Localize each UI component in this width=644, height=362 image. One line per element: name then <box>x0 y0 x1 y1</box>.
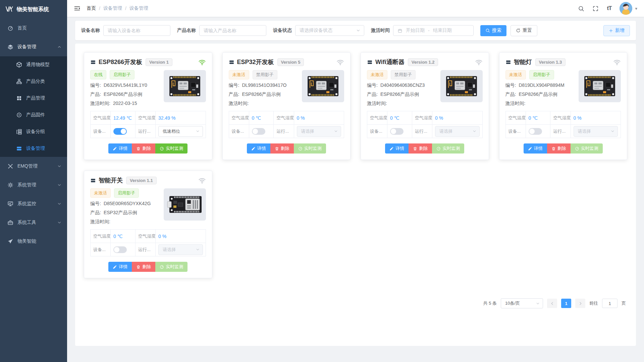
humidity-label: 空气湿度 <box>135 230 155 243</box>
detail-button[interactable]: 详情 <box>247 143 270 154</box>
monitor-button[interactable]: 实时监测 <box>571 143 603 154</box>
breadcrumb-device-management[interactable]: 设备管理 <box>103 5 122 11</box>
next-page-button[interactable] <box>575 299 585 308</box>
sidebar-item-product-firmware[interactable]: 产品固件 <box>0 107 67 123</box>
activation-row: 激活时间:2022-03-15 <box>90 101 161 107</box>
server-icon <box>229 59 234 65</box>
caret-down-icon[interactable]: ▾ <box>635 6 637 11</box>
serial-value: DL9981541O39417O <box>242 82 286 88</box>
activation-row: 激活时间: <box>90 219 161 225</box>
reset-button[interactable]: 重置 <box>511 25 537 36</box>
edit-icon <box>389 146 394 151</box>
breadcrumb-separator: / <box>125 6 126 11</box>
product-value: ESP8266产品示例 <box>380 92 419 97</box>
chevron-down-icon <box>57 183 62 187</box>
server-icon <box>90 178 96 183</box>
metric-row-controls: 设备... 运行... 请选择 <box>505 125 621 138</box>
product-row: 产品:ESP8266产品示例 <box>90 92 161 98</box>
monitor-button[interactable]: 实时监测 <box>294 143 326 154</box>
humidity-value: 0 % <box>571 111 621 125</box>
humidity-label: 空气湿度 <box>412 111 432 125</box>
shadow-tag: 禁用影子 <box>253 70 277 79</box>
device-name-input[interactable] <box>103 25 170 36</box>
font-size-icon[interactable]: tT <box>607 5 611 12</box>
product-name-input[interactable] <box>199 25 266 36</box>
chevron-down-icon <box>610 129 615 133</box>
device-switch[interactable] <box>390 128 404 135</box>
breadcrumb-home[interactable]: 首页 <box>87 5 96 11</box>
monitor-button[interactable]: 实时监测 <box>155 143 187 154</box>
card-header: 智能开关 Version 1.1 <box>90 176 206 184</box>
sidebar-item-emq-management[interactable]: EMQ管理 <box>0 157 67 176</box>
delete-button[interactable]: 删除 <box>132 262 155 272</box>
run-mode-select[interactable]: 请选择 <box>574 126 618 137</box>
goto-page-input[interactable] <box>602 299 618 308</box>
prev-page-button[interactable] <box>547 299 557 308</box>
sidebar-item-system-monitor[interactable]: 系统监控 <box>0 194 67 213</box>
detail-button[interactable]: 详情 <box>108 262 132 272</box>
device-status-select[interactable]: 请选择设备状态 <box>295 25 364 36</box>
run-mode-select[interactable]: 低速档位 <box>158 126 203 137</box>
run-mode-select[interactable]: 请选择 <box>435 126 479 137</box>
delete-button[interactable]: 删除 <box>409 143 432 154</box>
humidity-value: 0 % <box>156 230 206 243</box>
run-mode-select[interactable]: 请选择 <box>297 126 341 137</box>
search-icon[interactable] <box>578 5 584 12</box>
server-icon <box>90 59 96 65</box>
product-label: 产品: <box>505 92 516 97</box>
sidebar-item-device-group[interactable]: 设备分组 <box>0 123 67 140</box>
chevron-up-icon <box>57 45 62 49</box>
trash-icon <box>136 265 141 269</box>
activation-label: 激活时间: <box>505 101 526 106</box>
sidebar-item-device-management[interactable]: 设备管理 <box>0 38 67 56</box>
sidebar-item-thing-model[interactable]: 通用物模型 <box>0 56 67 73</box>
humidity-value: 0 % <box>432 111 482 125</box>
server-icon <box>367 59 373 65</box>
sidebar-item-system-tools[interactable]: 系统工具 <box>0 213 67 232</box>
sidebar-item-device-list[interactable]: 设备管理 <box>0 140 67 157</box>
nodemcu-board-image <box>443 74 480 98</box>
monitor-button[interactable]: 实时监测 <box>432 143 464 154</box>
nodemcu-board-image <box>305 74 341 98</box>
grid-icon <box>16 95 22 101</box>
search-button[interactable]: 搜索 <box>480 25 506 36</box>
monitor-button[interactable]: 实时监测 <box>155 262 187 272</box>
delete-button[interactable]: 删除 <box>547 143 571 154</box>
device-switch[interactable] <box>252 128 265 135</box>
device-title: ESP8266开发板 <box>99 58 142 66</box>
sidebar-item-product-management[interactable]: 产品管理 <box>0 90 67 107</box>
run-mode-select[interactable]: 请选择 <box>158 244 203 255</box>
sidebar-item-product-category[interactable]: 产品分类 <box>0 73 67 90</box>
trash-icon <box>551 146 556 151</box>
gauge-icon <box>436 146 441 151</box>
detail-button[interactable]: 详情 <box>108 143 132 154</box>
trash-icon <box>136 146 141 151</box>
device-image <box>164 70 206 102</box>
sidebar-item-wumei-smart[interactable]: 物美智能 <box>0 232 67 251</box>
activation-value: 2022-03-15 <box>113 101 137 106</box>
device-card: 智能灯 Version 1.3 未激活 启用影子 编号:D819DLX904P8… <box>499 52 628 160</box>
page-number-button[interactable]: 1 <box>561 299 571 308</box>
device-switch[interactable] <box>529 128 542 135</box>
detail-button[interactable]: 详情 <box>385 143 409 154</box>
device-switch[interactable] <box>113 246 127 253</box>
device-switch[interactable] <box>113 128 127 135</box>
avatar[interactable] <box>620 2 632 15</box>
delete-button[interactable]: 删除 <box>270 143 294 154</box>
detail-button[interactable]: 详情 <box>524 143 547 154</box>
device-title: 智能灯 <box>514 58 532 66</box>
serial-value: D819DLX904P8894M <box>519 82 564 88</box>
serial-value: D40409640636CNZ3 <box>380 82 425 88</box>
add-device-button[interactable]: 新增 <box>603 25 630 36</box>
fullscreen-icon[interactable] <box>592 5 599 12</box>
user-menu[interactable]: ▾ <box>620 2 637 15</box>
activation-date-range[interactable]: 开始日期 - 结束日期 <box>393 25 474 36</box>
breadcrumb-current: 设备管理 <box>129 5 148 11</box>
sidebar-item-system-management[interactable]: 系统管理 <box>0 176 67 194</box>
paper-plane-icon <box>7 238 13 244</box>
sidebar-item-home[interactable]: 首页 <box>0 19 67 38</box>
sidebar-collapse-icon[interactable] <box>74 5 80 12</box>
page-size-select[interactable]: 10条/页 <box>501 298 543 308</box>
run-mode-label: 运行... <box>550 125 571 138</box>
delete-button[interactable]: 删除 <box>132 143 155 154</box>
